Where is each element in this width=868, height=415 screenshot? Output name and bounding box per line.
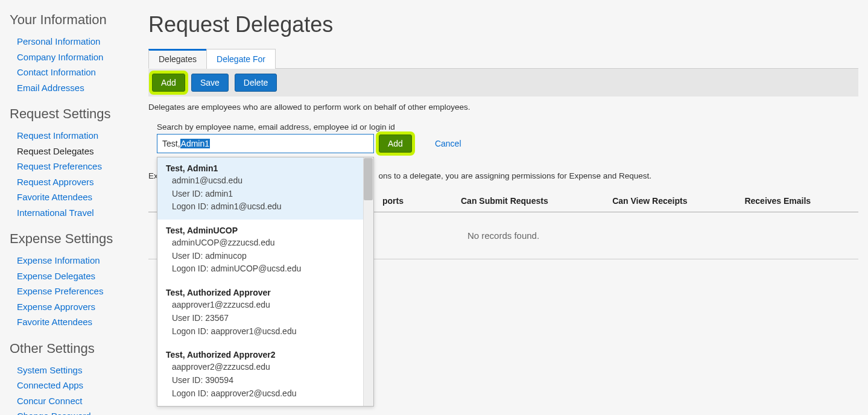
sidebar-item-request-approvers[interactable]: Request Approvers (17, 174, 148, 190)
sidebar-group-title-your-information: Your Information (10, 12, 148, 28)
sidebar-group-other-settings: System Settings Connected Apps Concur Co… (10, 363, 148, 416)
tablist: Delegates Delegate For (148, 48, 858, 69)
sidebar-item-favorite-attendees-expense[interactable]: Favorite Attendees (17, 314, 148, 330)
sidebar-item-expense-preferences[interactable]: Expense Preferences (17, 284, 148, 299)
dropdown-item-email: aapprover1@zzzucsd.edu (172, 299, 353, 312)
dropdown-item-userid: User ID: adminucop (172, 250, 353, 263)
table-header-receives-emails: Receives Emails (740, 190, 858, 212)
sidebar-item-international-travel[interactable]: International Travel (17, 205, 148, 221)
dropdown-item-name: Test, Authorized Approver2 (166, 350, 353, 360)
sidebar-item-favorite-attendees-request[interactable]: Favorite Attendees (17, 189, 148, 205)
add-button[interactable]: Add (152, 74, 185, 92)
sidebar-item-expense-information[interactable]: Expense Information (17, 253, 148, 268)
search-area: Test, Admin1 Add Cancel Test, Admin1 adm… (148, 134, 858, 158)
sidebar-group-title-request-settings: Request Settings (10, 106, 148, 122)
search-label: Search by employee name, email address, … (157, 122, 858, 131)
dropdown-item-email: admin1@ucsd.edu (172, 174, 353, 188)
sidebar-item-concur-connect[interactable]: Concur Connect (17, 393, 148, 409)
dropdown-scrollbar[interactable] (363, 157, 373, 406)
sidebar-group-title-other-settings: Other Settings (10, 341, 148, 356)
dropdown-item-email: aapprover2@zzzucsd.edu (172, 361, 353, 374)
sidebar-item-expense-delegates[interactable]: Expense Delegates (17, 268, 148, 284)
dropdown-item-logon: Logon ID: admin1@ucsd.edu (172, 200, 353, 214)
tab-delegates[interactable]: Delegates (148, 49, 207, 69)
dropdown-item-userid: User ID: 390594 (172, 374, 353, 387)
main-content: Request Delegates Delegates Delegate For… (148, 12, 858, 415)
sidebar-group-your-information: Personal Information Company Information… (10, 34, 148, 95)
sidebar: Your Information Personal Information Co… (10, 12, 148, 415)
sidebar-item-personal-information[interactable]: Personal Information (17, 34, 148, 49)
table-header-reports: ports (378, 190, 456, 212)
search-input[interactable]: Test, Admin1 (157, 134, 374, 153)
dropdown-item-logon: Logon ID: adminUCOP@ucsd.edu (172, 262, 353, 276)
search-input-text-selected: Admin1 (180, 139, 210, 148)
dropdown-item-name: Test, AdminUCOP (166, 226, 353, 235)
delete-button[interactable]: Delete (235, 74, 277, 92)
page-title: Request Delegates (148, 12, 858, 37)
toolbar: Add Save Delete (148, 69, 858, 97)
sidebar-item-request-preferences[interactable]: Request Preferences (17, 159, 148, 174)
sidebar-group-title-expense-settings: Expense Settings (10, 231, 148, 247)
sidebar-item-change-password[interactable]: Change Password (17, 408, 148, 415)
dropdown-item[interactable]: Test, AdminUCOP adminUCOP@zzzucsd.edu Us… (157, 220, 363, 282)
save-button[interactable]: Save (191, 74, 229, 92)
search-add-button[interactable]: Add (379, 135, 412, 153)
dropdown-item-userid: User ID: admin1 (172, 188, 353, 201)
sidebar-group-expense-settings: Expense Information Expense Delegates Ex… (10, 253, 148, 330)
cancel-link[interactable]: Cancel (435, 139, 461, 148)
table-header-can-view-receipts: Can View Receipts (607, 190, 740, 212)
sidebar-group-request-settings: Request Information Request Delegates Re… (10, 128, 148, 220)
dropdown-item[interactable]: Test, Authorized Approver aapprover1@zzz… (157, 282, 363, 344)
dropdown-item-email: adminUCOP@zzzucsd.edu (172, 236, 353, 250)
search-dropdown: Test, Admin1 admin1@ucsd.edu User ID: ad… (157, 157, 374, 407)
dropdown-item-userid: User ID: 23567 (172, 312, 353, 325)
sidebar-item-request-delegates[interactable]: Request Delegates (17, 144, 148, 159)
table-header-can-submit-requests: Can Submit Requests (456, 190, 607, 212)
sidebar-item-email-addresses[interactable]: Email Addresses (17, 80, 148, 96)
sidebar-item-connected-apps[interactable]: Connected Apps (17, 378, 148, 393)
sidebar-item-company-information[interactable]: Company Information (17, 49, 148, 65)
sidebar-item-system-settings[interactable]: System Settings (17, 363, 148, 378)
dropdown-item[interactable]: Test, Authorized Approver2 aapprover2@zz… (157, 344, 363, 406)
dropdown-scrollbar-thumb[interactable] (364, 158, 373, 200)
dropdown-item-logon: Logon ID: aapprover2@ucsd.edu (172, 387, 353, 401)
dropdown-item-name: Test, Admin1 (166, 163, 353, 173)
tab-delegate-for[interactable]: Delegate For (206, 49, 276, 69)
sidebar-item-contact-information[interactable]: Contact Information (17, 65, 148, 80)
search-input-text-prefix: Test, (162, 139, 180, 148)
sidebar-item-expense-approvers[interactable]: Expense Approvers (17, 299, 148, 315)
dropdown-item-name: Test, Authorized Approver (166, 288, 353, 297)
info-text: Delegates are employees who are allowed … (148, 103, 858, 112)
sidebar-item-request-information[interactable]: Request Information (17, 128, 148, 144)
dropdown-item[interactable]: Test, Admin1 admin1@ucsd.edu User ID: ad… (157, 157, 363, 220)
dropdown-item-logon: Logon ID: aapprover1@ucsd.edu (172, 325, 353, 338)
